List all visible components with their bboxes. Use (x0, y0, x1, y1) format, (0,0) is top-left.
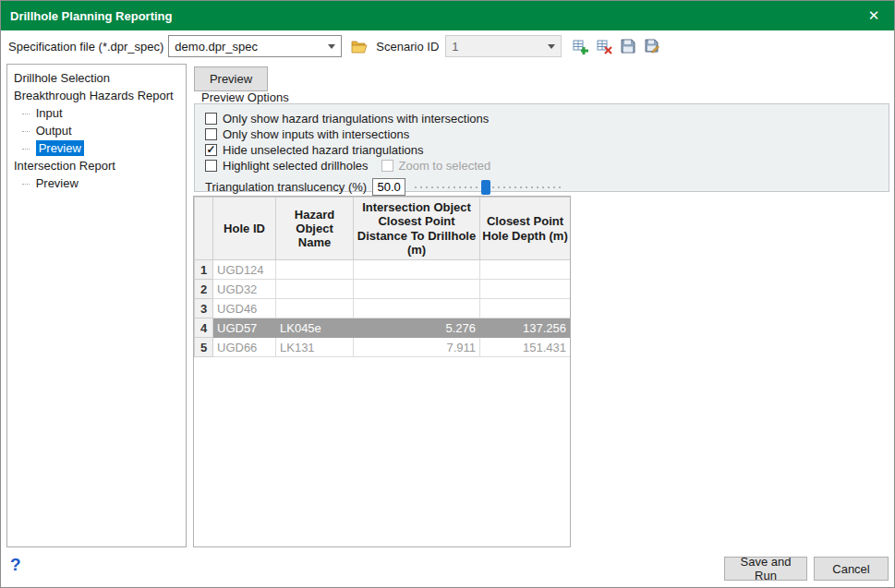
hazard-cell[interactable] (276, 260, 354, 280)
help-button[interactable]: ? (10, 555, 21, 575)
close-button[interactable]: ✕ (853, 1, 894, 30)
close-icon: ✕ (868, 7, 880, 24)
add-scenario-icon (573, 39, 588, 54)
chevron-down-icon (548, 44, 555, 49)
hazard-cell[interactable]: LK045e (276, 318, 354, 338)
table-row[interactable]: 5 UGD66 LK131 7.911 151.431 (195, 338, 571, 357)
folder-open-icon (351, 40, 368, 54)
row-number-cell[interactable]: 3 (195, 299, 213, 318)
row-number-cell[interactable]: 2 (195, 280, 213, 299)
checkbox-label: Only show hazard triangulations with int… (223, 112, 489, 126)
hazard-cell[interactable] (276, 280, 354, 299)
sidebar-item-input[interactable]: Input (7, 104, 186, 122)
distance-cell[interactable]: 5.276 (354, 318, 480, 338)
table-row[interactable]: 2 UGD32 (195, 280, 571, 299)
results-table: Hole ID Hazard Object Name Intersection … (193, 196, 571, 547)
tree-branch-line (22, 131, 30, 132)
window-title: Drillhole Planning Reporting (10, 9, 173, 23)
table-corner-cell (195, 198, 213, 260)
distance-cell[interactable] (354, 280, 480, 299)
remove-scenario-button[interactable] (595, 37, 613, 55)
remove-scenario-icon (597, 39, 612, 54)
depth-cell[interactable]: 151.431 (480, 338, 571, 357)
column-header-intersection-distance: Intersection Object Closest Point Distan… (354, 198, 480, 260)
checkbox-label: Only show inputs with intersections (223, 127, 409, 141)
help-icon: ? (10, 555, 21, 574)
preview-options-group: Preview Options Only show hazard triangu… (194, 103, 889, 192)
column-header-hazard-object-name: Hazard Object Name (276, 198, 354, 260)
column-header-closest-point-depth: Closest Point Hole Depth (m) (480, 198, 571, 260)
scenario-id-value: 1 (452, 40, 458, 54)
checkbox-only-hazard-intersections[interactable] (205, 113, 217, 125)
toolbar: Specification file (*.dpr_spec) demo.dpr… (1, 32, 894, 60)
sidebar-item-drillhole-selection[interactable]: Drillhole Selection (7, 69, 186, 87)
hazard-cell[interactable]: LK131 (276, 338, 354, 357)
sidebar-item-preview[interactable]: Preview (7, 139, 186, 157)
hole-id-cell[interactable]: UGD66 (213, 338, 276, 357)
save-as-scenario-icon (645, 39, 659, 54)
spec-file-value: demo.dpr_spec (175, 40, 258, 54)
column-header-hole-id: Hole ID (213, 198, 276, 260)
checkbox-only-inputs-intersections[interactable] (205, 128, 217, 140)
scenario-id-combobox[interactable]: 1 (445, 35, 562, 57)
translucency-input[interactable] (372, 178, 405, 196)
open-spec-button[interactable] (350, 37, 369, 55)
translucency-slider[interactable] (415, 179, 562, 196)
checkbox-zoom-to-selected[interactable] (381, 160, 393, 172)
selected-tree-label: Preview (36, 140, 84, 156)
hazard-cell[interactable] (276, 299, 354, 318)
distance-cell[interactable] (354, 260, 480, 280)
hole-id-cell[interactable]: UGD124 (213, 260, 276, 280)
checkbox-label: Hide unselected hazard triangulations (223, 143, 424, 157)
preview-button[interactable]: Preview (194, 66, 268, 91)
hole-id-cell[interactable]: UGD46 (213, 299, 276, 318)
slider-handle[interactable] (481, 180, 490, 195)
save-as-scenario-button[interactable] (643, 37, 661, 55)
depth-cell[interactable]: 137.256 (480, 318, 571, 338)
row-number-cell[interactable]: 5 (195, 338, 213, 357)
row-number-cell[interactable]: 4 (195, 318, 213, 338)
scenario-id-label: Scenario ID (376, 40, 439, 54)
cancel-button[interactable]: Cancel (814, 557, 889, 581)
sidebar-item-breakthrough-hazards-report[interactable]: Breakthrough Hazards Report (7, 87, 186, 104)
tree-branch-line (22, 149, 30, 150)
checkbox-hide-unselected[interactable] (205, 144, 217, 156)
add-scenario-button[interactable] (571, 37, 589, 55)
checkbox-label: Highlight selected drillholes (223, 159, 369, 173)
sidebar-item-intersection-report[interactable]: Intersection Report (7, 157, 186, 174)
translucency-label: Triangulation translucency (%) (205, 180, 367, 194)
depth-cell[interactable] (480, 280, 571, 299)
sidebar-item-output[interactable]: Output (7, 122, 186, 139)
distance-cell[interactable]: 7.911 (354, 338, 480, 357)
spec-file-combobox[interactable]: demo.dpr_spec (168, 35, 342, 57)
table-header-row: Hole ID Hazard Object Name Intersection … (195, 198, 571, 260)
save-scenario-icon (621, 39, 635, 54)
distance-cell[interactable] (354, 299, 480, 318)
save-and-run-button[interactable]: Save and Run (724, 557, 807, 581)
chevron-down-icon (328, 44, 335, 49)
tree-branch-line (22, 114, 30, 114)
table-row[interactable]: 1 UGD124 (195, 260, 571, 280)
table-row-selected[interactable]: 4 UGD57 LK045e 5.276 137.256 (195, 318, 571, 338)
depth-cell[interactable] (480, 260, 571, 280)
row-number-cell[interactable]: 1 (195, 260, 213, 280)
checkbox-label: Zoom to selected (399, 159, 491, 173)
sidebar-item-intersection-preview[interactable]: Preview (7, 174, 186, 192)
depth-cell[interactable] (480, 299, 571, 318)
save-scenario-button[interactable] (619, 37, 637, 55)
spec-file-label: Specification file (*.dpr_spec) (8, 40, 163, 54)
group-title: Preview Options (200, 90, 291, 104)
checkbox-highlight-selected[interactable] (205, 160, 217, 172)
navigation-tree: Drillhole Selection Breakthrough Hazards… (6, 64, 187, 547)
titlebar: Drillhole Planning Reporting ✕ (1, 1, 894, 30)
tree-branch-line (22, 184, 30, 185)
hole-id-cell[interactable]: UGD32 (213, 280, 276, 299)
hole-id-cell[interactable]: UGD57 (213, 318, 276, 338)
table-row[interactable]: 3 UGD46 (195, 299, 571, 318)
